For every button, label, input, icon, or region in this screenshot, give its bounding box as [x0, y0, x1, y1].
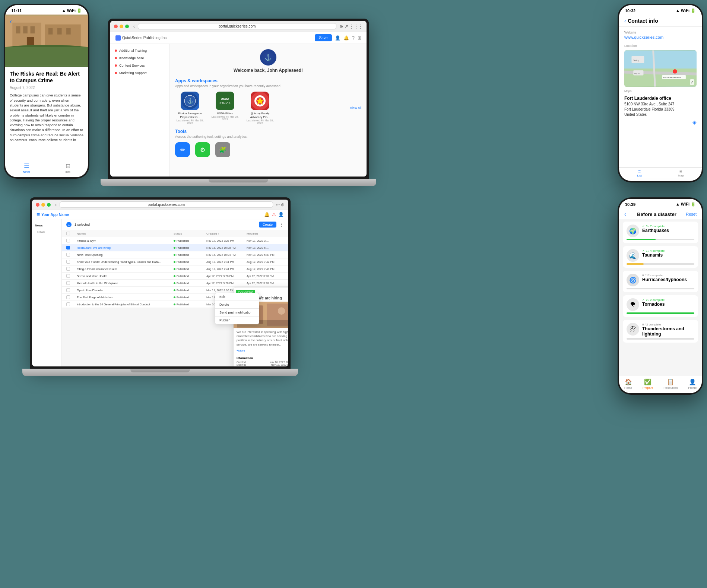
organization-seal: ⚓	[260, 49, 276, 66]
preview-more-link[interactable]: +More	[234, 349, 288, 354]
table-row[interactable]: Mental Health in the Workplace Published…	[62, 280, 288, 287]
tool-settings[interactable]: ⚙	[195, 142, 210, 157]
earthquake-icon: 🌍	[627, 225, 639, 237]
select-all-checkbox[interactable]	[66, 232, 70, 235]
tools-section: Tools Access the authoring tool, setting…	[175, 129, 361, 157]
app-usda[interactable]: USDA ETHICS USDA Ethics Last viewed Fri …	[210, 92, 240, 121]
menu-additional-training[interactable]: Additional Training	[110, 47, 169, 54]
address-bar[interactable]: portal.quickseries.com	[138, 23, 336, 29]
portal2-toolbar: 1 1 selected Create ⋮	[62, 219, 288, 230]
minimize-button[interactable]	[120, 25, 123, 28]
phone-left-status-bar: 11:11 ▲ WiFi 🔋	[5, 5, 88, 15]
maximize-button-2[interactable]	[47, 203, 51, 207]
phone-right-time: 10:32	[625, 9, 635, 13]
sidebar-news[interactable]: News	[32, 222, 61, 229]
status-published: Published	[174, 239, 203, 242]
portal-main: ⚓ Welcome back, John Appleseed! Apps & w…	[170, 44, 367, 177]
row-checkbox[interactable]	[66, 274, 70, 278]
browser-back-2[interactable]: ‹	[55, 202, 57, 207]
app-florida[interactable]: ⚓ Florida Emergency Preparedness... Last…	[175, 92, 205, 124]
website-value[interactable]: www.quickseries.com	[624, 35, 697, 39]
table-header: Names Status Created ↑ Modified	[62, 230, 288, 237]
disaster-back-button[interactable]: ‹	[624, 211, 626, 217]
hurricane-progress-bar	[627, 288, 694, 289]
dot-icon	[115, 50, 117, 52]
svg-rect-9	[66, 28, 71, 34]
row-checkbox-checked[interactable]	[66, 246, 70, 249]
row-checkbox[interactable]	[66, 239, 70, 242]
app-florida-icon: ⚓	[181, 92, 199, 110]
disaster-item-thunderstorms[interactable]: ⛈ 0 / 2 complete Thunderstorms and light…	[623, 320, 698, 343]
row-checkbox[interactable]	[66, 302, 70, 306]
disaster-item-tsunamis[interactable]: 🌊 ✓ 1 / 4 complete Tsunamis	[623, 246, 698, 268]
row-checkbox[interactable]	[66, 267, 70, 271]
row-checkbox[interactable]	[66, 281, 70, 285]
more-button[interactable]: ⋮	[279, 222, 284, 227]
tab-list[interactable]: ☰ List	[637, 170, 641, 177]
save-button[interactable]: Save	[315, 34, 332, 41]
table-row[interactable]: Know Your Floods: Understanding Flood Ty…	[62, 258, 288, 266]
nav-prepare[interactable]: ✅ Prepare	[643, 378, 653, 390]
context-publish[interactable]: Publish	[215, 317, 259, 324]
create-button[interactable]: Create	[259, 222, 276, 228]
table-row[interactable]: Filing a Flood Insurance Claim Published…	[62, 266, 288, 273]
article-date: August 7, 2022	[10, 85, 83, 90]
bell-icon: 🔔	[343, 35, 349, 41]
contact-map[interactable]: Testing Stop To Fort Lauderdale office ⤢	[624, 50, 697, 87]
phone-left-back[interactable]: ‹	[10, 18, 12, 25]
svg-text:🧩: 🧩	[219, 146, 226, 153]
menu-marketing-support[interactable]: Marketing Support	[110, 69, 169, 77]
close-button-2[interactable]	[36, 203, 39, 207]
disaster-item-hurricanes[interactable]: 🌀 0 / 12 complete Hurricanes/typhoons	[623, 271, 698, 292]
nav-home[interactable]: 🏠 Home	[624, 378, 632, 390]
context-edit[interactable]: Edit	[215, 293, 259, 301]
tool-authoring[interactable]: ✏	[175, 142, 190, 157]
minimize-button-2[interactable]	[41, 203, 45, 207]
menu-content-services[interactable]: Content Services	[110, 62, 169, 69]
phone-left-hero-image: ‹	[5, 15, 88, 67]
row-checkbox[interactable]	[66, 288, 70, 292]
map-expand-icon[interactable]: ⤢	[690, 79, 694, 85]
view-all-link[interactable]: View all	[350, 106, 361, 110]
nav-resources[interactable]: 📋 Resources	[663, 378, 678, 390]
tsunami-progress-bar	[627, 263, 694, 265]
directions-icon[interactable]: ◈	[692, 119, 697, 125]
nav-profile[interactable]: 👤 Profile	[688, 378, 697, 390]
disaster-reset-button[interactable]: Reset	[686, 212, 697, 216]
disaster-item-tornadoes[interactable]: 🌪 ✓ 2 / 2 complete Tornadoes	[623, 295, 698, 317]
disaster-item-earthquakes[interactable]: 🌍 ✓ 3 / 7 complete Earthquakes	[623, 222, 698, 243]
info-icon: ⊟	[66, 162, 70, 169]
tab-news[interactable]: ☰ News	[23, 162, 30, 174]
svg-rect-6	[31, 26, 35, 33]
app-usda-icon: USDA ETHICS	[216, 92, 234, 110]
close-button[interactable]	[114, 25, 118, 28]
maximize-button[interactable]	[125, 25, 129, 28]
table-row[interactable]: New Hotel Opening Published Nov 16, 2022…	[62, 251, 288, 258]
table-row[interactable]: Fitness & Gym Published Nov 17, 2022 3:2…	[62, 237, 288, 244]
context-delete[interactable]: Delete	[215, 301, 259, 308]
tab-map[interactable]: ⊞ Map	[678, 170, 684, 177]
hurricane-info: 0 / 12 complete Hurricanes/typhoons	[642, 274, 694, 282]
svg-point-43	[278, 307, 285, 315]
phone-right: 10:32 ▲ WiFi 🔋 ‹ Contact info Website ww…	[618, 4, 703, 182]
table-row[interactable]: Stress and Your Health Published Apr 12,…	[62, 273, 288, 280]
apps-section-subtitle: Apps and workspaces in your organization…	[175, 84, 361, 88]
app-army[interactable]: @ Army Family Advocacy Pro... Last viewe…	[245, 92, 275, 124]
tool-analytics[interactable]: 🧩	[215, 142, 230, 157]
address-bar-2[interactable]: portal.quickseries.com	[60, 201, 273, 208]
sidebar-news-sub[interactable]: News	[32, 229, 61, 235]
tornado-fill	[627, 312, 694, 314]
row-checkbox[interactable]	[66, 260, 70, 264]
row-checkbox[interactable]	[66, 253, 70, 257]
context-push-notification[interactable]: Send push notification	[215, 309, 259, 316]
location-address: 5100 NW 33rd Ave., Suite 247 Fort Lauder…	[624, 102, 697, 117]
tab-info[interactable]: ⊟ Info	[65, 162, 70, 174]
contact-back-button[interactable]: ‹	[624, 18, 626, 24]
contact-header: ‹ Contact info	[619, 15, 702, 27]
row-checkbox[interactable]	[66, 295, 70, 299]
menu-knowledge-base[interactable]: Knowledge base	[110, 54, 169, 62]
thunderstorm-progress-bar	[627, 338, 694, 340]
browser-back[interactable]: ‹	[133, 24, 135, 29]
table-row-selected[interactable]: Restaurant: We are hiring Published Nov …	[62, 244, 288, 251]
browser-chrome-top: ‹ portal.quickseries.com ⊕ ↗ ⋮⋮⋮	[110, 21, 367, 32]
